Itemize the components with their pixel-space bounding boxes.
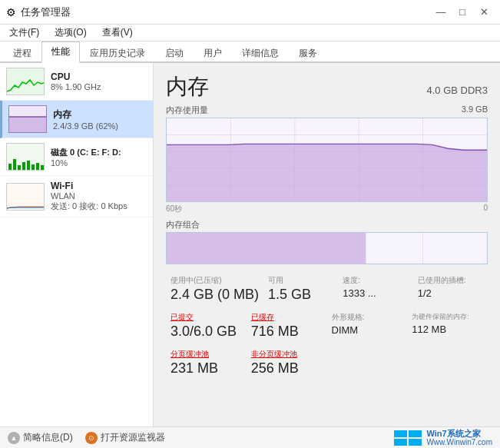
- stat-paged-pool-label: 分页缓冲池: [171, 349, 242, 360]
- brief-info-button[interactable]: ▲ 简略信息(D): [8, 431, 73, 444]
- stat-nonpaged-pool-value: 256 MB: [251, 360, 323, 377]
- wifi-detail1: WLAN: [51, 191, 147, 201]
- panel-title: 内存: [166, 72, 209, 101]
- disk-mini-chart: [6, 143, 45, 171]
- cpu-detail: 8% 1.90 GHz: [51, 82, 147, 91]
- watermark-line2: Www.Winwin7.com: [426, 438, 492, 446]
- wifi-info: Wi-Fi WLAN 发送: 0 接收: 0 Kbps: [51, 181, 147, 212]
- stat-slots: 已使用的插槽: 1/2: [413, 272, 488, 306]
- minimize-button[interactable]: —: [431, 5, 451, 20]
- bottombar-right: Win7系统之家 Www.Winwin7.com: [394, 429, 492, 446]
- tab-process[interactable]: 进程: [3, 43, 41, 63]
- svg-rect-7: [18, 165, 21, 170]
- panel-subtitle: 4.0 GB DDR3: [427, 85, 488, 96]
- watermark: Win7系统之家 Www.Winwin7.com: [426, 429, 492, 446]
- svg-rect-28: [394, 430, 407, 437]
- titlebar-left: ⚙ 任务管理器: [6, 5, 71, 19]
- stat-form-factor-value: DIMM: [332, 324, 403, 336]
- bottombar-left: ▲ 简略信息(D) ⊙ 打开资源监视器: [8, 431, 165, 444]
- tab-services[interactable]: 服务: [289, 43, 327, 63]
- svg-rect-11: [36, 163, 39, 170]
- tab-details[interactable]: 详细信息: [232, 43, 289, 63]
- usage-max: 3.9 GB: [462, 105, 488, 116]
- stats-row2: 已提交 3.0/6.0 GB 已缓存 716 MB 外形规格: DIMM 为硬件…: [166, 309, 488, 343]
- tab-app-history[interactable]: 应用历史记录: [80, 43, 155, 63]
- close-button[interactable]: ✕: [474, 5, 494, 20]
- memory-detail: 2.4/3.9 GB (62%): [53, 121, 147, 131]
- stat-paged-pool-value: 231 MB: [171, 360, 242, 377]
- svg-marker-22: [167, 144, 487, 201]
- stat-available: 可用 1.5 GB: [263, 272, 338, 306]
- stat-cached: 已缓存 716 MB: [247, 309, 327, 343]
- stat-hw-reserved: 为硬件保留的内存: 112 MB: [407, 309, 488, 343]
- disk-label: 磁盘 0 (C: E: F: D:: [51, 147, 147, 158]
- app-title: 任务管理器: [21, 5, 71, 19]
- right-panel: 内存 4.0 GB DDR3 内存使用量 3.9 GB: [154, 63, 500, 426]
- sidebar-item-cpu[interactable]: CPU 8% 1.90 GHz: [0, 63, 153, 101]
- svg-rect-9: [27, 161, 30, 170]
- main-content: CPU 8% 1.90 GHz 内存 2.4/3.9 GB (62%): [0, 63, 500, 426]
- sidebar: CPU 8% 1.90 GHz 内存 2.4/3.9 GB (62%): [0, 63, 154, 426]
- tab-performance[interactable]: 性能: [41, 41, 80, 63]
- svg-rect-2: [9, 117, 47, 133]
- usage-section-label: 内存使用量 3.9 GB: [166, 105, 488, 116]
- titlebar-controls: — □ ✕: [431, 5, 494, 20]
- svg-rect-29: [409, 430, 422, 437]
- usage-chart: [166, 118, 488, 202]
- svg-rect-8: [22, 162, 25, 170]
- stat-speed: 速度: 1333 ...: [338, 272, 412, 306]
- maximize-button[interactable]: □: [452, 5, 472, 20]
- svg-rect-12: [41, 165, 44, 170]
- menu-file[interactable]: 文件(F): [3, 25, 45, 41]
- stat-committed-label: 已提交: [171, 312, 242, 323]
- wifi-label: Wi-Fi: [51, 181, 147, 191]
- sidebar-item-memory[interactable]: 内存 2.4/3.9 GB (62%): [0, 101, 153, 138]
- mem-mini-chart: [8, 105, 47, 133]
- stat-in-use: 使用中(已压缩) 2.4 GB (0 MB): [166, 272, 263, 306]
- cpu-info: CPU 8% 1.90 GHz: [51, 71, 147, 91]
- sidebar-item-disk[interactable]: 磁盘 0 (C: E: F: D: 10%: [0, 138, 153, 176]
- stat-slots-label: 已使用的插槽:: [418, 275, 483, 286]
- stat-in-use-value: 2.4 GB (0 MB): [171, 287, 259, 303]
- stats-row1: 使用中(已压缩) 2.4 GB (0 MB) 可用 1.5 GB 速度: 133…: [166, 272, 488, 306]
- usage-label: 内存使用量: [166, 105, 208, 116]
- sidebar-item-wifi[interactable]: Wi-Fi WLAN 发送: 0 接收: 0 Kbps: [0, 176, 153, 217]
- stat-committed: 已提交 3.0/6.0 GB: [166, 309, 247, 343]
- titlebar: ⚙ 任务管理器 — □ ✕: [0, 0, 500, 25]
- stat-hw-reserved-value: 112 MB: [412, 324, 483, 335]
- composition-label: 内存组合: [166, 219, 488, 231]
- tab-startup[interactable]: 启动: [155, 43, 194, 63]
- stat-speed-value: 1333 ...: [343, 287, 408, 299]
- svg-rect-10: [31, 164, 35, 170]
- open-monitor-button[interactable]: ⊙ 打开资源监视器: [85, 431, 165, 444]
- svg-rect-5: [8, 164, 12, 170]
- tab-users[interactable]: 用户: [194, 43, 232, 63]
- stat-in-use-label: 使用中(已压缩): [171, 275, 259, 286]
- wifi-detail2: 发送: 0 接收: 0 Kbps: [51, 201, 147, 212]
- stat-paged-pool: 分页缓冲池 231 MB: [166, 346, 247, 380]
- menu-view[interactable]: 查看(V): [96, 25, 139, 41]
- stat-hw-reserved-label: 为硬件保留的内存:: [412, 312, 483, 322]
- bottombar: ▲ 简略信息(D) ⊙ 打开资源监视器 Win7系统之家 Www.Winwin7…: [0, 426, 500, 448]
- stat-speed-label: 速度:: [343, 275, 408, 286]
- stat-available-value: 1.5 GB: [268, 287, 333, 303]
- windows-logo-icon: [394, 430, 423, 446]
- cpu-mini-chart: [6, 68, 45, 95]
- svg-rect-6: [13, 159, 16, 170]
- stat-available-label: 可用: [268, 275, 333, 286]
- wifi-mini-chart: [6, 183, 45, 211]
- stats-row3: 分页缓冲池 231 MB 非分页缓冲池 256 MB: [166, 346, 488, 380]
- svg-rect-30: [394, 439, 407, 446]
- brief-info-icon: ▲: [8, 432, 20, 444]
- svg-rect-31: [409, 439, 422, 446]
- chart-time-label: 60秒 0: [166, 204, 488, 214]
- memory-info: 内存 2.4/3.9 GB (62%): [53, 108, 147, 131]
- stat-cached-label: 已缓存: [251, 312, 323, 323]
- stat-committed-value: 3.0/6.0 GB: [171, 324, 242, 340]
- time-end: 0: [483, 204, 488, 214]
- disk-detail: 10%: [51, 158, 147, 168]
- menu-options[interactable]: 选项(O): [48, 25, 92, 41]
- cpu-label: CPU: [51, 71, 147, 82]
- stat-form-factor-label: 外形规格:: [332, 312, 403, 323]
- svg-rect-23: [167, 233, 366, 264]
